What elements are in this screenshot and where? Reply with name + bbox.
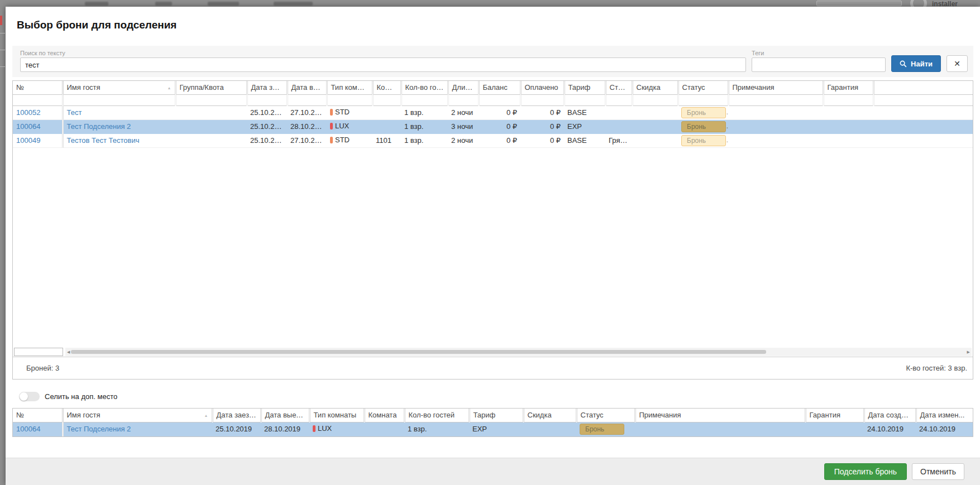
extra-bed-toggle[interactable] [19, 392, 40, 401]
status-badge: Бронь [681, 135, 726, 146]
column-header-departure[interactable]: Дата выезда [261, 409, 309, 422]
column-header-filler [873, 81, 973, 94]
column-header-guests[interactable]: Кол-во гостей [404, 409, 469, 422]
column-header-guest-name[interactable]: Имя гостя▲ [63, 409, 212, 422]
tags-input[interactable] [752, 57, 886, 72]
room-type-chip: LUX [330, 122, 349, 130]
selected-header-row: № Имя гостя▲ Дата заезда Дата выезда Тип… [13, 409, 973, 422]
filter-cell[interactable] [823, 94, 873, 105]
column-header-room-type[interactable]: Тип комнаты [327, 81, 372, 94]
column-header-status[interactable]: Статус [576, 409, 635, 422]
filter-cell[interactable] [632, 94, 678, 105]
column-header-room-type[interactable]: Тип комнаты [309, 409, 364, 422]
scroll-right-icon[interactable]: ▶ [967, 350, 970, 354]
cell-notes [728, 119, 823, 133]
booking-row[interactable]: 100052 Тест 25.10.2019 27.10.2019 STD 1 … [13, 105, 973, 119]
status-badge: Бронь [681, 107, 726, 118]
column-header-guarantee[interactable]: Гарантия [823, 81, 873, 94]
cell-guests: 1 взр. [401, 119, 448, 133]
scrollbar-thumb[interactable] [71, 350, 766, 354]
column-header-departure[interactable]: Дата вые... [287, 81, 327, 94]
frozen-column-box [14, 348, 63, 356]
cell-group [175, 119, 247, 133]
room-type-color-icon [330, 123, 333, 129]
filter-cell[interactable] [401, 94, 448, 105]
horizontal-scrollbar[interactable]: ◀ ▶ [65, 348, 972, 356]
cancel-button[interactable]: Отменить [912, 463, 964, 480]
column-header-tariff[interactable]: Тариф [469, 409, 523, 422]
column-header-room[interactable]: Комна... [372, 81, 401, 94]
filter-cell[interactable] [13, 94, 63, 105]
extra-bed-toggle-row: Селить на доп. место [19, 392, 980, 401]
selected-booking-row[interactable]: 100064 Тест Подселения 2 25.10.2019 28.1… [13, 422, 973, 436]
search-text-label: Поиск по тексту [20, 50, 746, 56]
filter-cell[interactable] [287, 94, 327, 105]
cell-discount [632, 133, 678, 147]
column-header-balance[interactable]: Баланс [479, 81, 520, 94]
guest-name-link[interactable]: Тестов Тест Тестович [67, 136, 140, 145]
column-header-paid[interactable]: Оплачено [520, 81, 564, 94]
submit-co-occupancy-button[interactable]: Подселить бронь [824, 463, 907, 480]
booking-number-link[interactable]: 100052 [16, 108, 40, 117]
filter-cell[interactable] [728, 94, 823, 105]
filter-cell[interactable] [372, 94, 401, 105]
backdrop-row-line [0, 33, 5, 33]
column-header-guests[interactable]: Кол-во гост... [401, 81, 448, 94]
filter-cell[interactable] [327, 94, 372, 105]
guest-name-link[interactable]: Тест Подселения 2 [67, 425, 131, 433]
backdrop-search-box [816, 1, 902, 6]
cell-guarantee [823, 119, 873, 133]
cell-room [372, 119, 401, 133]
cell-room [372, 105, 401, 119]
column-header-room-status[interactable]: Статус... [605, 81, 632, 94]
column-header-guest-name[interactable]: Имя гостя▲ [63, 81, 175, 94]
column-header-status[interactable]: Статус [678, 81, 728, 94]
booking-row-selected[interactable]: 100064 Тест Подселения 2 25.10.2019 28.1… [13, 119, 973, 133]
column-header-discount[interactable]: Скидка [632, 81, 678, 94]
column-header-num[interactable]: № [13, 81, 63, 94]
filter-cell[interactable] [175, 94, 247, 105]
booking-number-link[interactable]: 100064 [16, 425, 40, 433]
column-header-room[interactable]: Комната [364, 409, 404, 422]
booking-row[interactable]: 100049 Тестов Тест Тестович 25.10.2019 2… [13, 133, 973, 147]
bookings-header-row: № Имя гостя▲ Группа/Квота Дата заез... Д… [13, 81, 973, 94]
search-text-input[interactable] [20, 57, 746, 72]
filter-cell[interactable] [564, 94, 605, 105]
column-header-duration[interactable]: Длите... [448, 81, 479, 94]
filter-cell[interactable] [63, 94, 175, 105]
column-header-num[interactable]: № [13, 409, 63, 422]
clear-search-button[interactable]: ✕ [946, 55, 968, 72]
column-header-modified[interactable]: Дата измен... [916, 409, 973, 422]
filter-cell[interactable] [448, 94, 479, 105]
column-header-arrival[interactable]: Дата заезда [212, 409, 261, 422]
filter-cell[interactable] [678, 94, 728, 105]
cell-departure: 28.10.2019 [287, 119, 327, 133]
column-header-notes[interactable]: Примечания [635, 409, 805, 422]
column-header-group-quota[interactable]: Группа/Квота [175, 81, 247, 94]
booking-number-link[interactable]: 100049 [16, 136, 40, 145]
column-header-created[interactable]: Дата создан... [864, 409, 916, 422]
cell-balance: 0 ₽ [479, 119, 520, 133]
bookings-filter-row [13, 94, 973, 105]
booking-number-link[interactable]: 100064 [16, 122, 40, 131]
column-header-arrival[interactable]: Дата заез... [247, 81, 287, 94]
bookings-grid: № Имя гостя▲ Группа/Квота Дата заез... Д… [12, 80, 973, 380]
column-header-tariff[interactable]: Тариф [564, 81, 605, 94]
column-header-discount[interactable]: Скидка [523, 409, 576, 422]
filter-cell[interactable] [479, 94, 520, 105]
scroll-left-icon[interactable]: ◀ [67, 350, 70, 354]
selected-booking-grid: № Имя гостя▲ Дата заезда Дата выезда Тип… [12, 408, 973, 437]
filter-cell[interactable] [605, 94, 632, 105]
filter-cell[interactable] [520, 94, 564, 105]
find-button[interactable]: Найти [891, 55, 941, 72]
column-header-notes[interactable]: Примечания [728, 81, 823, 94]
filter-cell[interactable] [247, 94, 287, 105]
guest-name-link[interactable]: Тест [67, 108, 82, 117]
guest-name-link[interactable]: Тест Подселения 2 [67, 122, 131, 131]
column-header-guarantee[interactable]: Гарантия [805, 409, 864, 422]
cell-tariff: BASE [564, 105, 605, 119]
extra-bed-toggle-label: Селить на доп. место [45, 392, 117, 401]
cell-room-status: Грязн... [605, 133, 632, 147]
cell-guests: 1 взр. [401, 133, 448, 147]
search-icon [900, 60, 907, 68]
